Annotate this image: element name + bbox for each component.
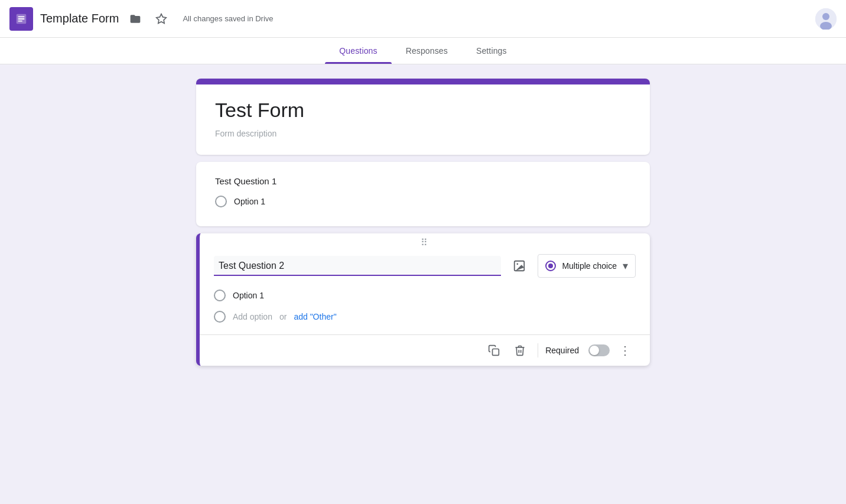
radio-circle [215, 196, 227, 207]
main-content: Test Form Form description Test Question… [0, 64, 846, 498]
question-card-1[interactable]: Test Question 1 Option 1 [196, 162, 650, 226]
question-1-option-1: Option 1 [215, 196, 631, 207]
header-right [815, 8, 837, 30]
question-input-row: Multiple choice ▾ [214, 254, 636, 278]
type-dropdown-label: Multiple choice [562, 261, 617, 271]
folder-button[interactable] [126, 9, 145, 28]
delete-button[interactable] [509, 340, 531, 361]
question-2-input[interactable] [214, 256, 501, 276]
chevron-down-icon: ▾ [623, 259, 628, 272]
card-footer: Required ⋮ [200, 334, 650, 366]
toggle-knob [590, 346, 599, 355]
avatar-image [815, 8, 837, 30]
nav-tabs: Questions Responses Settings [0, 38, 846, 64]
image-button[interactable] [508, 255, 531, 277]
form-description[interactable]: Form description [215, 129, 631, 138]
required-label: Required [545, 346, 579, 355]
form-header-content: Test Form Form description [196, 84, 650, 155]
copy-button[interactable] [483, 340, 505, 361]
drag-handle[interactable]: ⠿ [200, 233, 650, 249]
avatar [815, 8, 837, 30]
question-1-title: Test Question 1 [215, 176, 631, 186]
forms-icon [15, 12, 28, 25]
svg-point-6 [822, 13, 829, 20]
radio-filled-dot [548, 264, 553, 268]
svg-marker-4 [157, 14, 167, 23]
image-icon [513, 259, 526, 272]
tab-responses[interactable]: Responses [392, 38, 462, 64]
copy-icon [488, 344, 500, 356]
add-other-link[interactable]: add "Other" [294, 312, 336, 321]
form-container: Test Form Form description Test Question… [196, 79, 650, 366]
active-card-body: Multiple choice ▾ Option 1 Add option or… [200, 249, 650, 325]
option-label: Option 1 [234, 197, 265, 206]
app-title: Template Form [40, 12, 119, 25]
radio-filled-icon [545, 261, 556, 271]
svg-rect-10 [493, 349, 499, 356]
save-status: All changes saved in Drive [183, 14, 273, 23]
star-icon [155, 13, 167, 25]
add-option-row: Add option or add "Other" [214, 308, 636, 325]
required-toggle[interactable] [588, 344, 610, 356]
tab-settings[interactable]: Settings [462, 38, 521, 64]
question-2-option-1: Option 1 [214, 287, 636, 304]
svg-point-9 [517, 263, 519, 265]
star-button[interactable] [152, 9, 171, 28]
option-2-label: Option 1 [233, 291, 264, 300]
radio-circle-2 [214, 290, 226, 301]
header-left: Template Form All changes saved in Drive [9, 7, 815, 31]
tab-questions[interactable]: Questions [325, 38, 391, 64]
folder-icon [129, 13, 141, 25]
delete-icon [514, 344, 526, 356]
more-options-button[interactable]: ⋮ [614, 340, 636, 361]
add-option-text[interactable]: Add option [233, 312, 272, 321]
or-text: or [279, 312, 287, 321]
app-header: Template Form All changes saved in Drive [0, 0, 846, 38]
app-logo [9, 7, 33, 31]
form-title[interactable]: Test Form [215, 99, 631, 122]
radio-circle-add [214, 311, 226, 323]
svg-rect-1 [18, 16, 25, 17]
form-header-card: Test Form Form description [196, 79, 650, 155]
svg-rect-2 [18, 18, 25, 19]
svg-rect-3 [18, 20, 22, 21]
type-dropdown[interactable]: Multiple choice ▾ [538, 254, 636, 278]
footer-divider [538, 343, 538, 357]
question-card-2[interactable]: ⠿ Multipl [196, 233, 650, 366]
